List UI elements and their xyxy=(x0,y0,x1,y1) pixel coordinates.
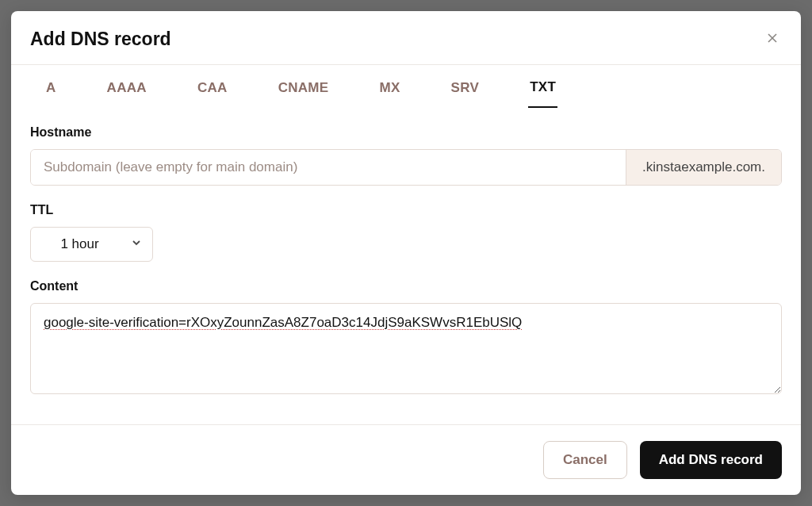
ttl-select-wrap: 1 hour xyxy=(30,227,153,262)
tab-srv[interactable]: SRV xyxy=(450,79,481,108)
tab-mx[interactable]: MX xyxy=(377,79,401,108)
hostname-label: Hostname xyxy=(30,125,782,140)
content-field-group: Content google-site-verification=rXOxyZo… xyxy=(30,279,782,397)
tab-txt[interactable]: TXT xyxy=(528,79,557,108)
tab-a[interactable]: A xyxy=(44,79,58,108)
ttl-label: TTL xyxy=(30,203,782,217)
modal-footer: Cancel Add DNS record xyxy=(11,424,801,495)
tab-caa[interactable]: CAA xyxy=(196,79,229,108)
hostname-field-group: Hostname .kinstaexample.com. xyxy=(30,125,782,186)
hostname-suffix: .kinstaexample.com. xyxy=(626,150,781,185)
add-dns-record-modal: Add DNS record A AAAA CAA CNAME MX SRV T… xyxy=(11,11,801,495)
modal-body: Hostname .kinstaexample.com. TTL 1 hour … xyxy=(11,108,801,424)
record-type-tabs: A AAAA CAA CNAME MX SRV TXT xyxy=(11,65,801,108)
close-button[interactable] xyxy=(763,29,782,50)
hostname-input-wrap: .kinstaexample.com. xyxy=(30,149,782,186)
content-textarea[interactable]: google-site-verification=rXOxyZounnZasA8… xyxy=(30,303,782,394)
hostname-input[interactable] xyxy=(31,150,626,185)
tab-aaaa[interactable]: AAAA xyxy=(105,79,148,108)
cancel-button[interactable]: Cancel xyxy=(543,441,627,479)
ttl-field-group: TTL 1 hour xyxy=(30,203,782,262)
content-label: Content xyxy=(30,279,782,293)
modal-title: Add DNS record xyxy=(30,29,171,50)
ttl-select[interactable]: 1 hour xyxy=(30,227,153,262)
close-icon xyxy=(766,32,779,47)
modal-header: Add DNS record xyxy=(11,11,801,65)
add-dns-record-button[interactable]: Add DNS record xyxy=(640,441,782,479)
tab-cname[interactable]: CNAME xyxy=(277,79,331,108)
